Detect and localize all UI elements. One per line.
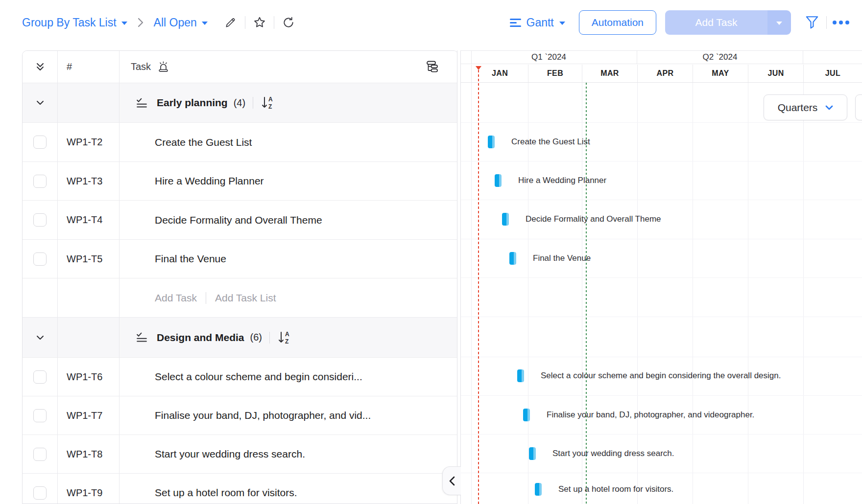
task-table: # Task Early planning (4) AZ <box>22 50 458 504</box>
collapse-all-icon[interactable] <box>23 51 58 83</box>
sort-az-icon[interactable]: AZ <box>261 95 276 111</box>
task-group-row: Early planning (4) AZ <box>23 83 458 123</box>
task-id: WP1-T9 <box>58 474 120 504</box>
quarter-cell <box>803 51 862 64</box>
gantt-bar[interactable] <box>495 174 502 187</box>
add-task-link[interactable]: Add Task <box>155 292 197 304</box>
task-title[interactable]: Hire a Wedding Planner <box>120 162 458 200</box>
alarm-icon[interactable] <box>158 61 169 72</box>
task-checkbox[interactable] <box>33 486 47 500</box>
task-checkbox[interactable] <box>33 370 47 384</box>
add-task-split-button[interactable]: Add Task <box>665 10 791 35</box>
hierarchy-icon[interactable] <box>424 60 439 74</box>
task-title[interactable]: Finalise your band, DJ, photographer, an… <box>120 396 458 435</box>
view-filter-dropdown[interactable]: All Open <box>154 16 208 29</box>
automation-button[interactable]: Automation <box>579 10 656 35</box>
task-row[interactable]: WP1-T6 Select a colour scheme and begin … <box>23 358 458 396</box>
gantt-bar[interactable] <box>529 447 536 460</box>
gantt-bar-row: Start your wedding dress search. <box>529 447 674 460</box>
gantt-toolbar-button-partial[interactable] <box>855 94 862 120</box>
view-mode-dropdown[interactable]: Gantt <box>510 16 565 29</box>
svg-text:Z: Z <box>285 338 288 345</box>
task-checkbox[interactable] <box>33 252 47 266</box>
task-row[interactable]: WP1-T8 Start your wedding dress search. <box>23 435 458 474</box>
group-name[interactable]: Early planning <box>157 97 228 109</box>
task-row[interactable]: WP1-T2 Create the Guest List <box>23 123 458 162</box>
task-id: WP1-T5 <box>58 240 120 278</box>
add-task-list-link[interactable]: Add Task List <box>215 292 276 304</box>
edit-icon[interactable] <box>222 14 239 31</box>
gantt-bar-row: Final the Venue <box>509 252 591 265</box>
collapse-pane-handle[interactable] <box>442 466 461 495</box>
task-id: WP1-T7 <box>58 396 120 435</box>
group-by-label: Group By Task List <box>22 16 117 29</box>
toolbar: Group By Task List All Open Gantt Automa… <box>0 0 862 45</box>
task-row[interactable]: WP1-T5 Final the Venue <box>23 240 458 278</box>
task-row[interactable]: WP1-T7 Finalise your band, DJ, photograp… <box>23 396 458 435</box>
caret-down-icon <box>559 22 565 25</box>
view-filter-label: All Open <box>154 16 197 29</box>
task-title[interactable]: Select a colour scheme and begin conside… <box>120 358 458 396</box>
task-title[interactable]: Start your wedding dress search. <box>120 435 458 473</box>
group-collapse-icon[interactable] <box>23 83 58 122</box>
add-task-dropdown-arrow[interactable] <box>767 10 791 35</box>
add-task-button[interactable]: Add Task <box>665 10 767 35</box>
pane-splitter[interactable] <box>457 50 461 504</box>
gantt-bar[interactable] <box>509 252 516 265</box>
gantt-bar[interactable] <box>502 213 509 226</box>
task-id: WP1-T8 <box>58 435 120 473</box>
task-list-icon <box>135 96 148 110</box>
task-group-row: Design and Media (6) AZ <box>23 318 458 358</box>
divider <box>245 16 245 29</box>
svg-text:Z: Z <box>268 103 272 110</box>
row-line <box>461 239 862 239</box>
task-title[interactable]: Set up a hotel room for visitors. <box>120 474 458 504</box>
gantt-bar[interactable] <box>517 369 524 382</box>
divider <box>269 332 270 344</box>
refresh-icon[interactable] <box>280 14 297 31</box>
more-options-icon[interactable] <box>833 14 849 31</box>
task-checkbox[interactable] <box>33 213 47 227</box>
gridline <box>637 83 638 504</box>
gantt-bar-label: Select a colour scheme and begin conside… <box>541 371 781 381</box>
gantt-view-icon <box>510 19 521 27</box>
month-cell: JUL <box>803 65 862 82</box>
row-line <box>461 434 862 435</box>
month-cell: MAY <box>693 65 748 82</box>
sort-az-icon[interactable]: AZ <box>277 330 293 345</box>
task-checkbox[interactable] <box>33 136 47 149</box>
group-count: (4) <box>234 97 245 109</box>
task-row[interactable]: WP1-T3 Hire a Wedding Planner <box>23 162 458 201</box>
quarter-cell: Q2 `2024 <box>637 51 803 64</box>
gantt-bar-label: Finalise your band, DJ, photographer, an… <box>547 410 754 420</box>
task-checkbox[interactable] <box>33 448 47 461</box>
task-title[interactable]: Decide Formality and Overall Theme <box>120 201 458 239</box>
gantt-bar[interactable] <box>488 136 495 148</box>
filter-icon[interactable] <box>804 14 820 31</box>
group-by-dropdown[interactable]: Group By Task List <box>22 16 127 29</box>
breadcrumb-chevron-icon <box>137 17 144 28</box>
gantt-bar-label: Start your wedding dress search. <box>552 449 674 458</box>
row-line <box>461 395 862 396</box>
task-column-label: Task <box>131 61 151 72</box>
task-checkbox[interactable] <box>33 175 47 188</box>
star-icon[interactable] <box>251 14 268 31</box>
gantt-zoom-selector[interactable]: Quarters <box>764 94 847 120</box>
group-name[interactable]: Design and Media <box>157 332 244 344</box>
task-title[interactable]: Create the Guest List <box>120 123 458 161</box>
gantt-bar[interactable] <box>523 409 530 421</box>
task-title[interactable]: Final the Venue <box>120 240 458 278</box>
gantt-bar[interactable] <box>535 483 542 496</box>
group-collapse-icon[interactable] <box>23 318 58 357</box>
task-row[interactable]: WP1-T9 Set up a hotel room for visitors. <box>23 474 458 504</box>
gridline <box>471 83 472 504</box>
divider <box>274 16 274 29</box>
divider <box>253 97 253 109</box>
month-cell: MAR <box>582 65 637 82</box>
task-checkbox[interactable] <box>33 409 47 422</box>
project-start-line <box>478 70 479 504</box>
gridline <box>693 83 693 504</box>
group-count: (6) <box>250 332 262 343</box>
task-row[interactable]: WP1-T4 Decide Formality and Overall Them… <box>23 201 458 240</box>
gantt-bar-row: Decide Formality and Overall Theme <box>502 213 661 226</box>
